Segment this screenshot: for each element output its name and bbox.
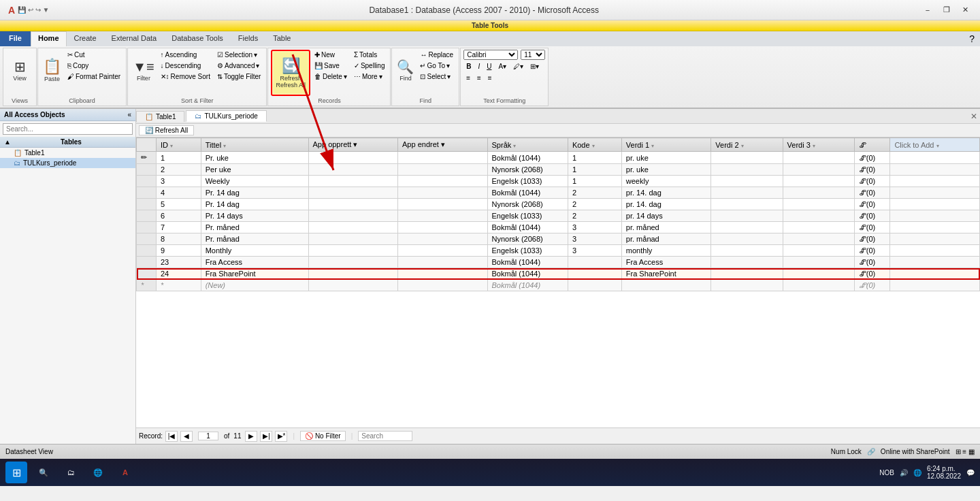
cell-attach[interactable]: 🖇(0) — [854, 210, 890, 222]
cell-app-opprett[interactable] — [308, 257, 398, 268]
cell-sprak[interactable]: Bokmål (1044) — [487, 187, 568, 199]
minimize-button[interactable]: − — [919, 3, 936, 17]
cell-app-opprett[interactable] — [308, 152, 398, 164]
tables-section-header[interactable]: ▲ Tables — [0, 137, 135, 148]
cell-app-endret[interactable] — [398, 187, 488, 199]
cell-verdi1[interactable]: pr. 14. dag — [621, 199, 711, 210]
cell-sprak[interactable]: Engelsk (1033) — [487, 210, 568, 222]
col-header-click-to-add[interactable]: Click to Add ▾ — [890, 138, 980, 152]
cell-verdi3[interactable] — [783, 268, 854, 280]
col-header-verdi2[interactable]: Verdi 2 ▾ — [711, 138, 783, 152]
cell-verdi2[interactable] — [711, 210, 783, 222]
cell-app-endret[interactable] — [398, 268, 488, 280]
cell-app-endret[interactable] — [398, 280, 488, 291]
table-row[interactable]: 7Pr. månedBokmål (1044)3pr. måned🖇(0) — [137, 222, 980, 233]
cell-verdi1[interactable]: monthly — [621, 245, 711, 257]
col-header-kode[interactable]: Kode ▾ — [568, 138, 621, 152]
task-view-button[interactable]: 🗂 — [60, 462, 82, 483]
find-button[interactable]: 🔍 Find — [395, 50, 416, 91]
align-left-button[interactable]: ≡ — [463, 73, 473, 83]
cell-app-endret[interactable] — [398, 152, 488, 164]
cell-attach[interactable]: 🖇(0) — [854, 268, 890, 280]
cell-verdi2[interactable] — [711, 245, 783, 257]
cell-kode[interactable] — [568, 257, 621, 268]
cell-click-to-add[interactable] — [890, 210, 980, 222]
refresh-all-button[interactable]: 🔄 Refresh Refresh All — [274, 52, 308, 93]
cell-app-endret[interactable] — [398, 176, 488, 187]
col-header-app-endret[interactable]: App endret ▾ — [398, 138, 488, 152]
cell-sprak[interactable]: Bokmål (1044) — [487, 222, 568, 233]
cell-app-opprett[interactable] — [308, 199, 398, 210]
cell-kode[interactable]: 1 — [568, 164, 621, 176]
cell-tittel[interactable]: Fra SharePoint — [201, 268, 308, 280]
cell-app-endret[interactable] — [398, 222, 488, 233]
cell-verdi2[interactable] — [711, 176, 783, 187]
cell-verdi3[interactable] — [783, 210, 854, 222]
nav-search-input[interactable] — [3, 123, 133, 135]
nav-new-button[interactable]: ▶* — [275, 431, 287, 442]
cell-kode[interactable] — [568, 268, 621, 280]
cell-verdi2[interactable] — [711, 280, 783, 291]
cell-click-to-add[interactable] — [890, 268, 980, 280]
cell-verdi2[interactable] — [711, 233, 783, 245]
filter-button[interactable]: ▼≡ Filter — [131, 50, 156, 91]
cell-click-to-add[interactable] — [890, 257, 980, 268]
font-selector[interactable]: Calibri — [463, 50, 518, 60]
table-row[interactable]: 24Fra SharePointBokmål (1044)Fra SharePo… — [137, 268, 980, 280]
doc-close-button[interactable]: ✕ — [970, 112, 977, 121]
ascending-button[interactable]: ↑ Ascending — [158, 50, 213, 60]
bold-button[interactable]: B — [463, 61, 474, 71]
cell-app-opprett[interactable] — [308, 233, 398, 245]
refresh-all-inline-button[interactable]: 🔄 Refresh All — [139, 125, 194, 135]
cell-attach[interactable]: 🖇(0) — [854, 233, 890, 245]
goto-button[interactable]: ↵ Go To ▾ — [417, 61, 456, 71]
cell-verdi3[interactable] — [783, 233, 854, 245]
cell-app-endret[interactable] — [398, 210, 488, 222]
cell-attach[interactable]: 🖇(0) — [854, 152, 890, 164]
replace-button[interactable]: ↔ Replace — [417, 50, 456, 60]
cell-verdi1[interactable]: weekly — [621, 176, 711, 187]
cell-app-endret[interactable] — [398, 245, 488, 257]
cell-id[interactable]: 24 — [156, 268, 201, 280]
cell-click-to-add[interactable] — [890, 280, 980, 291]
cell-kode[interactable]: 1 — [568, 152, 621, 164]
nav-chevron-icon[interactable]: « — [127, 111, 131, 118]
col-header-attachment[interactable]: 🖇 — [854, 138, 890, 152]
table-row[interactable]: 8Pr. månadNynorsk (2068)3pr. månad🖇(0) — [137, 233, 980, 245]
cell-click-to-add[interactable] — [890, 152, 980, 164]
cell-verdi3[interactable] — [783, 164, 854, 176]
cell-tittel[interactable]: Monthly — [201, 245, 308, 257]
cell-sprak[interactable]: Bokmål (1044) — [487, 280, 568, 291]
cell-verdi2[interactable] — [711, 222, 783, 233]
new-button[interactable]: ✚ New — [312, 50, 350, 60]
col-header-verdi1[interactable]: Verdi 1 ▾ — [621, 138, 711, 152]
cell-verdi3[interactable] — [783, 152, 854, 164]
select-button[interactable]: ⊡ Select ▾ — [417, 71, 456, 82]
cell-sprak[interactable]: Bokmål (1044) — [487, 152, 568, 164]
cell-verdi3[interactable] — [783, 280, 854, 291]
underline-button[interactable]: U — [484, 61, 494, 71]
cell-kode[interactable]: 2 — [568, 199, 621, 210]
nav-next-button[interactable]: ▶ — [245, 431, 257, 442]
col-header-sprak[interactable]: Språk ▾ — [487, 138, 568, 152]
cell-click-to-add[interactable] — [890, 187, 980, 199]
cell-verdi2[interactable] — [711, 268, 783, 280]
more-button[interactable]: ⋯ More ▾ — [351, 71, 388, 82]
cell-sprak[interactable]: Engelsk (1033) — [487, 176, 568, 187]
col-header-tittel[interactable]: Tittel ▾ — [201, 138, 308, 152]
italic-button[interactable]: I — [475, 61, 483, 71]
cell-click-to-add[interactable] — [890, 199, 980, 210]
advanced-button[interactable]: ⚙ Advanced ▾ — [214, 61, 263, 71]
cut-button[interactable]: ✂ Cut — [65, 50, 123, 60]
cell-verdi3[interactable] — [783, 222, 854, 233]
font-color-button[interactable]: A▾ — [495, 61, 509, 71]
cell-app-opprett[interactable] — [308, 268, 398, 280]
tab-table[interactable]: Table — [265, 31, 298, 46]
help-icon[interactable]: ? — [969, 33, 975, 44]
tab-external-data[interactable]: External Data — [104, 31, 165, 46]
cell-kode[interactable]: 2 — [568, 187, 621, 199]
cell-click-to-add[interactable] — [890, 176, 980, 187]
cell-app-endret[interactable] — [398, 233, 488, 245]
cell-verdi1[interactable]: pr. uke — [621, 152, 711, 164]
tab-fields[interactable]: Fields — [231, 31, 265, 46]
